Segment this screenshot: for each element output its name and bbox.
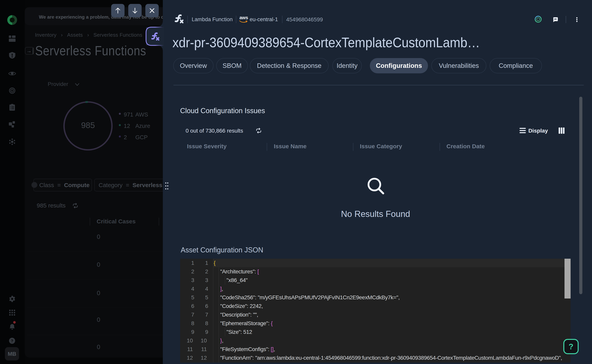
svg-text:?: ? [11, 338, 13, 343]
